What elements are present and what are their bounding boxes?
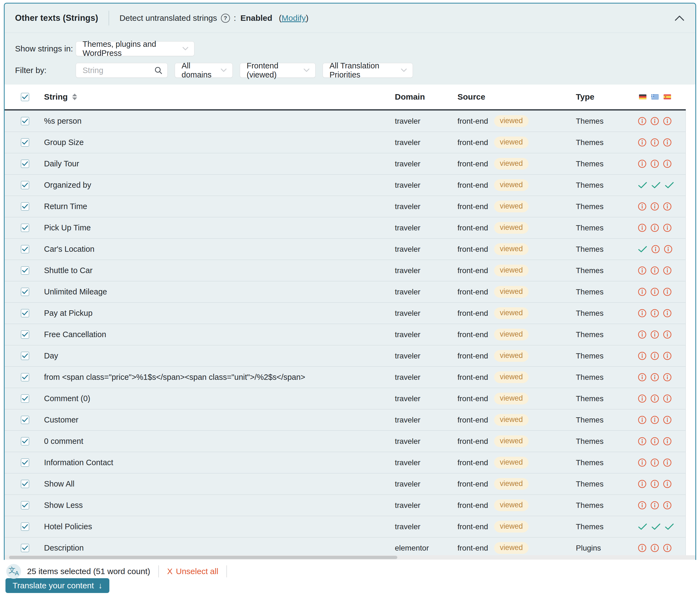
translation-needed-icon[interactable]	[650, 544, 659, 552]
translation-needed-icon[interactable]	[663, 416, 672, 424]
row-checkbox[interactable]	[21, 501, 29, 510]
translation-needed-icon[interactable]	[663, 352, 672, 360]
translation-needed-icon[interactable]	[638, 266, 646, 275]
translation-needed-icon[interactable]	[638, 117, 646, 125]
row-checkbox[interactable]	[21, 224, 29, 232]
collapse-panel-button[interactable]	[675, 15, 684, 21]
translation-needed-icon[interactable]	[638, 352, 646, 360]
translation-needed-icon[interactable]	[650, 138, 659, 147]
translation-needed-icon[interactable]	[650, 394, 659, 403]
row-checkbox[interactable]	[21, 309, 29, 318]
row-checkbox[interactable]	[21, 266, 29, 275]
translation-needed-icon[interactable]	[663, 117, 672, 125]
viewed-badge: viewed	[494, 542, 528, 554]
translation-needed-icon[interactable]	[638, 544, 646, 552]
row-checkbox[interactable]	[21, 458, 29, 467]
row-checkbox[interactable]	[21, 117, 29, 125]
translation-needed-icon[interactable]	[638, 416, 646, 424]
translation-needed-icon[interactable]	[638, 394, 646, 403]
translation-needed-icon[interactable]	[663, 394, 672, 403]
translation-needed-icon[interactable]	[650, 330, 659, 339]
translation-needed-icon[interactable]	[650, 266, 659, 275]
translation-needed-icon[interactable]	[650, 309, 659, 318]
row-checkbox[interactable]	[21, 159, 29, 168]
translation-needed-icon[interactable]	[650, 480, 659, 488]
row-checkbox[interactable]	[21, 202, 29, 211]
row-checkbox[interactable]	[21, 416, 29, 424]
translation-needed-icon[interactable]	[663, 501, 672, 510]
translation-needed-icon[interactable]	[650, 117, 659, 125]
translation-needed-icon[interactable]	[638, 480, 646, 488]
translation-needed-icon[interactable]	[650, 224, 659, 232]
translation-needed-icon[interactable]	[663, 224, 672, 232]
row-checkbox[interactable]	[21, 138, 29, 147]
sort-icon[interactable]	[72, 94, 77, 100]
translation-needed-icon[interactable]	[663, 288, 672, 296]
translation-needed-icon[interactable]	[663, 480, 672, 488]
row-checkbox[interactable]	[21, 181, 29, 189]
translation-complete-icon[interactable]	[638, 246, 647, 253]
translation-needed-icon[interactable]	[650, 373, 659, 381]
row-checkbox[interactable]	[21, 373, 29, 381]
translation-needed-icon[interactable]	[650, 352, 659, 360]
translation-needed-icon[interactable]	[638, 138, 646, 147]
translation-needed-icon[interactable]	[638, 202, 646, 211]
row-checkbox[interactable]	[21, 330, 29, 339]
translation-needed-icon[interactable]	[650, 416, 659, 424]
source-filter-dropdown[interactable]: Frontend (viewed)	[240, 63, 315, 78]
row-checkbox[interactable]	[21, 544, 29, 552]
translation-complete-icon[interactable]	[665, 182, 674, 189]
translation-complete-icon[interactable]	[638, 523, 647, 530]
row-checkbox[interactable]	[21, 522, 29, 531]
unselect-all-button[interactable]: X Unselect all	[167, 567, 218, 576]
row-checkbox[interactable]	[21, 480, 29, 488]
translation-complete-icon[interactable]	[651, 523, 660, 530]
translation-needed-icon[interactable]	[664, 245, 672, 253]
translation-needed-icon[interactable]	[638, 501, 646, 510]
translate-your-content-button[interactable]: Translate your content ↓	[5, 578, 109, 593]
string-search-input[interactable]	[83, 66, 154, 75]
row-checkbox[interactable]	[21, 288, 29, 296]
translation-needed-icon[interactable]	[638, 224, 646, 232]
translation-needed-icon[interactable]	[663, 544, 672, 552]
translation-needed-icon[interactable]	[650, 458, 659, 467]
show-strings-dropdown[interactable]: Themes, plugins and WordPress	[76, 41, 195, 56]
translation-complete-icon[interactable]	[638, 182, 647, 189]
translation-needed-icon[interactable]	[663, 266, 672, 275]
scrollbar-thumb[interactable]	[9, 556, 397, 559]
translation-needed-icon[interactable]	[663, 202, 672, 211]
translation-needed-icon[interactable]	[663, 437, 672, 446]
modify-link[interactable]: Modify	[282, 14, 306, 22]
translation-needed-icon[interactable]	[650, 288, 659, 296]
translation-needed-icon[interactable]	[638, 309, 646, 318]
translation-needed-icon[interactable]	[663, 458, 672, 467]
translation-needed-icon[interactable]	[638, 159, 646, 168]
help-icon[interactable]: ?	[221, 14, 230, 23]
translation-complete-icon[interactable]	[651, 182, 660, 189]
translation-needed-icon[interactable]	[651, 245, 660, 253]
row-checkbox[interactable]	[21, 352, 29, 360]
priority-filter-dropdown[interactable]: All Translation Priorities	[323, 63, 413, 78]
translation-complete-icon[interactable]	[665, 523, 674, 530]
translation-needed-icon[interactable]	[663, 309, 672, 318]
row-checkbox[interactable]	[21, 394, 29, 403]
translation-needed-icon[interactable]	[663, 159, 672, 168]
translation-needed-icon[interactable]	[638, 437, 646, 446]
greek-flag-icon	[651, 94, 659, 99]
translation-needed-icon[interactable]	[650, 202, 659, 211]
row-checkbox[interactable]	[21, 245, 29, 253]
translation-needed-icon[interactable]	[663, 330, 672, 339]
translation-needed-icon[interactable]	[650, 159, 659, 168]
row-checkbox[interactable]	[21, 437, 29, 446]
translation-needed-icon[interactable]	[663, 373, 672, 381]
translation-needed-icon[interactable]	[638, 458, 646, 467]
translation-needed-icon[interactable]	[638, 288, 646, 296]
translation-needed-icon[interactable]	[638, 373, 646, 381]
translation-needed-icon[interactable]	[650, 501, 659, 510]
domain-filter-dropdown[interactable]: All domains	[175, 63, 233, 78]
select-all-checkbox[interactable]	[21, 93, 29, 101]
domain-cell: traveler	[390, 138, 453, 147]
translation-needed-icon[interactable]	[638, 330, 646, 339]
translation-needed-icon[interactable]	[663, 138, 672, 147]
translation-needed-icon[interactable]	[650, 437, 659, 446]
